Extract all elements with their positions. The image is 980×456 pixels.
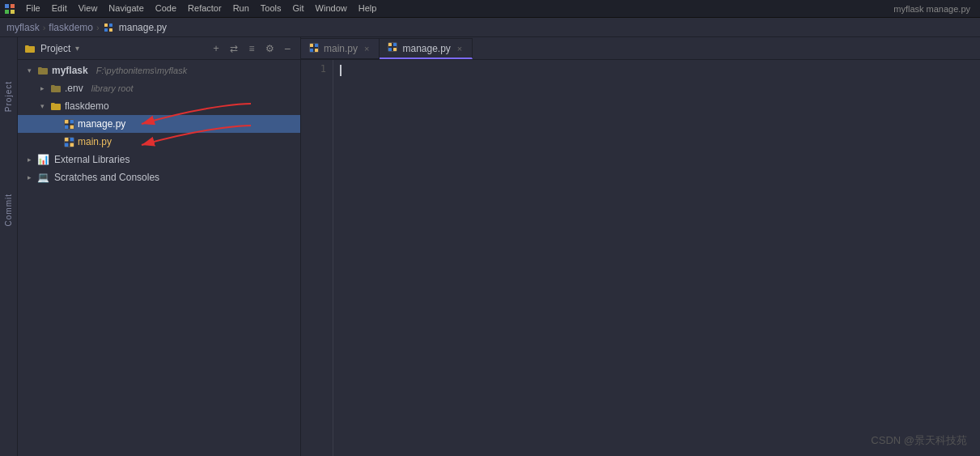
folder-icon-flaskdemo	[50, 100, 62, 112]
tree-item-libraries[interactable]: 📊 External Libraries	[18, 151, 300, 168]
toolbar-collapse[interactable]: ≡	[245, 42, 258, 55]
tab-main-close[interactable]: ×	[363, 43, 371, 54]
sidebar-project-icon[interactable]: Project	[2, 89, 16, 104]
svg-rect-24	[388, 43, 392, 46]
editor-area: main.py × manage.py ×	[301, 37, 980, 456]
svg-rect-7	[109, 28, 112, 32]
svg-rect-21	[310, 49, 313, 52]
tab-manage-label: manage.py	[402, 43, 450, 54]
breadcrumb-sep-2: ›	[96, 23, 100, 32]
menubar: File Edit View Navigate Code Refactor Ru…	[0, 0, 980, 18]
menu-edit[interactable]: Edit	[47, 2, 72, 15]
expand-scratches[interactable]	[24, 173, 34, 182]
sidebar-commit-icon[interactable]: Commit	[2, 202, 16, 217]
tab-manage-close[interactable]: ×	[456, 43, 464, 54]
svg-rect-4	[104, 23, 108, 27]
svg-rect-16	[65, 143, 69, 147]
main-layout: Project Commit Project ▾ + ⇄ ≡ ⚙ −	[0, 37, 980, 456]
expand-libraries[interactable]	[24, 155, 34, 164]
menu-file[interactable]: File	[21, 2, 45, 15]
tree-label-env: .env	[65, 83, 83, 94]
svg-rect-26	[388, 48, 392, 51]
toolbar-sync[interactable]: ⇄	[227, 42, 240, 55]
tree-label-libraries: External Libraries	[54, 154, 129, 165]
menu-help[interactable]: Help	[354, 2, 382, 15]
breadcrumb-sep-1: ›	[43, 23, 46, 32]
svg-rect-22	[315, 49, 318, 52]
expand-env[interactable]	[37, 83, 47, 93]
tree-label-myflask: myflask	[52, 65, 88, 76]
toolbar-add[interactable]: +	[210, 42, 223, 55]
tree-suffix-env: library root	[91, 83, 134, 93]
menu-refactor[interactable]: Refactor	[183, 2, 227, 15]
toolbar-minimize[interactable]: −	[281, 42, 294, 55]
text-cursor	[340, 65, 342, 76]
svg-rect-20	[315, 44, 318, 47]
library-icon: 📊	[37, 154, 49, 165]
folder-icon-env	[50, 83, 62, 94]
tree-item-main[interactable]: main.py	[18, 133, 300, 151]
project-tree: myflask F:\pythonitems\myflask .env libr…	[18, 60, 300, 456]
project-dropdown[interactable]: ▾	[75, 44, 79, 53]
svg-rect-10	[70, 120, 74, 124]
tab-main-label: main.py	[324, 43, 358, 54]
toolbar-settings[interactable]: ⚙	[263, 42, 276, 55]
menu-run[interactable]: Run	[228, 2, 254, 15]
breadcrumb-file-icon	[103, 22, 114, 33]
tab-manage-icon	[388, 42, 397, 54]
line-numbers: 1	[301, 60, 333, 456]
project-panel: Project ▾ + ⇄ ≡ ⚙ − myflask F:\pythonite…	[18, 37, 301, 456]
menu-tools[interactable]: Tools	[256, 2, 286, 15]
svg-rect-17	[70, 143, 74, 147]
svg-rect-6	[104, 28, 108, 32]
window-title: myflask manage.py	[893, 4, 977, 14]
tree-label-flaskdemo: flaskdemo	[65, 100, 109, 112]
project-header: Project ▾ + ⇄ ≡ ⚙ −	[18, 37, 300, 60]
folder-icon-myflask	[37, 65, 49, 76]
tree-item-env[interactable]: .env library root	[18, 79, 300, 97]
menu-git[interactable]: Git	[288, 2, 309, 15]
tab-manage[interactable]: manage.py ×	[380, 38, 473, 59]
svg-rect-9	[65, 120, 69, 124]
menu-navigate[interactable]: Navigate	[104, 2, 148, 15]
tree-item-flaskdemo[interactable]: flaskdemo	[18, 97, 300, 115]
file-icon-manage	[63, 118, 74, 130]
sidebar-project-label: Project	[4, 81, 13, 112]
svg-rect-2	[5, 10, 9, 14]
project-title: Project	[40, 43, 70, 54]
expand-myflask[interactable]	[24, 66, 34, 75]
expand-flaskdemo[interactable]	[37, 101, 47, 111]
tree-item-scratches[interactable]: 💻 Scratches and Consoles	[18, 168, 300, 186]
tree-item-manage[interactable]: manage.py	[18, 115, 300, 133]
breadcrumb-flaskdemo[interactable]: flaskdemo	[49, 22, 93, 33]
breadcrumb: myflask › flaskdemo › manage.py	[0, 18, 980, 37]
svg-rect-12	[70, 125, 74, 129]
svg-rect-11	[65, 125, 69, 129]
svg-rect-5	[109, 23, 112, 27]
breadcrumb-manage[interactable]: manage.py	[119, 22, 167, 33]
tab-main[interactable]: main.py ×	[301, 38, 380, 59]
file-icon-main	[63, 136, 74, 147]
breadcrumb-myflask[interactable]: myflask	[6, 22, 40, 33]
editor-text-area[interactable]	[333, 60, 980, 456]
tree-path-myflask: F:\pythonitems\myflask	[96, 66, 187, 75]
svg-rect-1	[11, 4, 15, 8]
menu-view[interactable]: View	[74, 2, 103, 15]
editor-tabs: main.py × manage.py ×	[301, 37, 980, 60]
editor-content[interactable]: 1	[301, 60, 980, 456]
svg-rect-15	[70, 138, 74, 142]
tree-label-manage: manage.py	[78, 118, 125, 130]
project-folder-icon	[24, 43, 36, 54]
tree-item-myflask[interactable]: myflask F:\pythonitems\myflask	[18, 62, 300, 79]
scratches-icon: 💻	[37, 172, 49, 183]
svg-rect-27	[393, 48, 397, 51]
svg-rect-0	[5, 4, 9, 8]
svg-rect-25	[393, 43, 397, 46]
menu-code[interactable]: Code	[151, 2, 181, 15]
cursor-line	[340, 63, 980, 78]
watermark: CSDN @景天科技苑	[871, 433, 967, 448]
svg-rect-3	[11, 10, 15, 14]
sidebar-commit-label: Commit	[4, 194, 13, 226]
menu-window[interactable]: Window	[311, 2, 352, 15]
svg-rect-19	[310, 44, 313, 47]
